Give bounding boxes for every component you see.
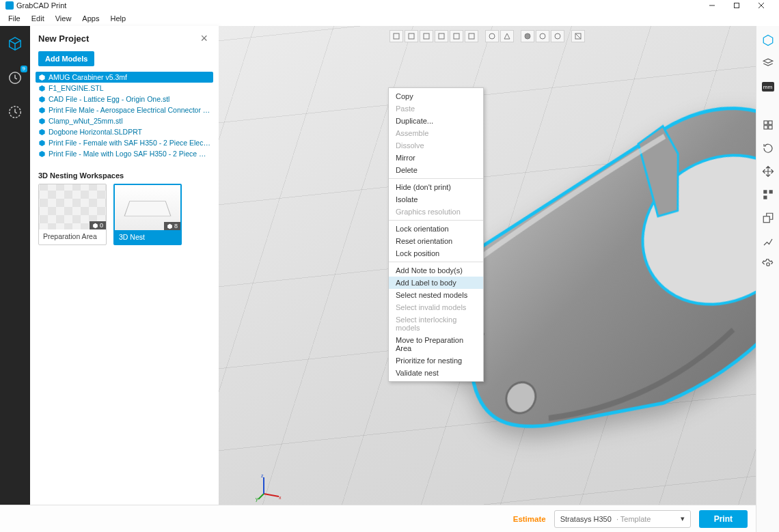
workspace-count-badge: 0 xyxy=(90,221,106,229)
svg-rect-13 xyxy=(394,33,399,39)
view-front-icon[interactable] xyxy=(405,30,418,42)
context-menu-item[interactable]: Mirror xyxy=(389,152,483,164)
model-list-item[interactable]: Print File - Male with Logo SAF H350 - 2… xyxy=(36,148,213,159)
cube-icon xyxy=(38,150,46,158)
estimate-link[interactable]: Estimate xyxy=(513,515,546,523)
right-toolsbar: mm xyxy=(756,26,779,532)
workspace-card[interactable]: 0Preparation Area xyxy=(38,184,107,245)
activity-bar: 9 xyxy=(0,26,30,532)
window-maximize-button[interactable] xyxy=(724,0,749,11)
tool-orient-icon[interactable] xyxy=(761,141,776,156)
workspace-thumbnail: 8 xyxy=(115,185,180,230)
svg-rect-38 xyxy=(763,216,769,223)
context-menu-item[interactable]: Lock orientation xyxy=(389,223,483,235)
model-list-item[interactable]: Print File - Female with SAF H350 - 2 Pi… xyxy=(36,137,213,148)
context-menu-item: Assemble xyxy=(389,127,483,139)
axis-triad: x y z xyxy=(256,473,283,501)
view-perspective-icon[interactable] xyxy=(500,30,514,42)
printer-selector[interactable]: Stratasys H350 · Template ▾ xyxy=(554,510,691,528)
context-menu-item[interactable]: Validate nest xyxy=(389,367,483,379)
cube-icon xyxy=(38,85,46,92)
svg-rect-33 xyxy=(764,126,767,129)
context-menu-item[interactable]: Add Label to body xyxy=(389,277,483,289)
cube-icon xyxy=(38,74,46,81)
menubar: File Edit View Apps Help xyxy=(0,11,779,26)
svg-rect-35 xyxy=(763,190,767,193)
model-label: Print File Male - Aerospace Electrical C… xyxy=(49,106,210,114)
context-menu-item[interactable]: Duplicate... xyxy=(389,115,483,127)
model-list-item[interactable]: F1_ENGINE.STL xyxy=(36,83,213,94)
model-list-item[interactable]: Print File Male - Aerospace Electrical C… xyxy=(36,104,213,115)
workspace-count-badge: 8 xyxy=(164,222,180,230)
svg-rect-18 xyxy=(469,33,474,39)
context-menu-item[interactable]: Hide (don't print) xyxy=(389,181,483,193)
menu-view[interactable]: View xyxy=(50,13,77,24)
model-list-item[interactable]: Clamp_wNut_25mm.stl xyxy=(36,115,213,126)
print-button[interactable]: Print xyxy=(699,510,748,528)
svg-point-19 xyxy=(489,33,495,39)
model-list: AMUG Carabiner v5.3mfF1_ENGINE.STLCAD Fi… xyxy=(30,72,219,165)
view-wireframe-icon[interactable] xyxy=(536,30,549,42)
menu-apps[interactable]: Apps xyxy=(77,13,105,24)
activity-queue-icon[interactable]: 9 xyxy=(4,67,26,89)
tool-analysis-icon[interactable] xyxy=(761,234,776,249)
context-menu-item[interactable]: Delete xyxy=(389,164,483,176)
context-menu-item[interactable]: Reset orientation xyxy=(389,235,483,247)
svg-rect-16 xyxy=(439,33,444,39)
view-shaded-icon[interactable] xyxy=(521,30,534,42)
panel-close-button[interactable]: × xyxy=(197,31,210,46)
menu-help[interactable]: Help xyxy=(105,13,131,24)
workspace-card[interactable]: 83D Nest xyxy=(113,184,182,245)
tool-tray-icon[interactable] xyxy=(761,56,776,71)
cube-icon xyxy=(38,96,46,103)
context-menu-item[interactable]: Lock position xyxy=(389,247,483,260)
tool-scale-icon[interactable] xyxy=(761,210,776,225)
add-models-button[interactable]: Add Models xyxy=(38,51,94,66)
svg-text:y: y xyxy=(256,496,258,502)
svg-line-25 xyxy=(264,494,279,496)
model-label: F1_ENGINE.STL xyxy=(49,84,104,92)
view-top-icon[interactable] xyxy=(435,30,448,42)
app-area: 9 New Project × Add Models AMUG Carabine… xyxy=(0,26,779,532)
tool-nest-icon[interactable] xyxy=(761,117,776,132)
window-minimize-button[interactable] xyxy=(700,0,724,11)
context-menu-item[interactable]: Add Note to body(s) xyxy=(389,264,483,277)
menu-file[interactable]: File xyxy=(3,13,26,24)
model-list-item[interactable]: CAD File - Lattice Egg - Origin One.stl xyxy=(36,94,213,104)
cube-icon xyxy=(38,139,46,147)
context-menu-item[interactable]: Select nested models xyxy=(389,289,483,301)
model-list-item[interactable]: Dogbone Horizontal.SLDPRT xyxy=(36,126,213,137)
menu-edit[interactable]: Edit xyxy=(26,13,50,24)
titlebar: GrabCAD Print xyxy=(0,0,779,11)
svg-rect-14 xyxy=(409,33,414,39)
tool-move-icon[interactable] xyxy=(761,164,776,179)
tool-settings-icon[interactable] xyxy=(761,257,776,272)
context-menu-item[interactable]: Prioritize for nesting xyxy=(389,354,483,367)
view-section-icon[interactable] xyxy=(571,30,585,42)
context-menu-item[interactable]: Isolate xyxy=(389,193,483,206)
view-bottom-icon[interactable] xyxy=(465,30,478,42)
context-menu-item[interactable]: Move to Preparation Area xyxy=(389,334,483,354)
view-left-icon[interactable] xyxy=(450,30,463,42)
tool-arrange-icon[interactable] xyxy=(761,187,776,202)
window-close-button[interactable] xyxy=(749,0,774,11)
view-right-icon[interactable] xyxy=(420,30,433,42)
app-logo-icon xyxy=(5,1,14,10)
tool-model-icon[interactable] xyxy=(761,33,776,48)
activity-project-icon[interactable] xyxy=(4,33,26,55)
view-iso-icon[interactable] xyxy=(390,30,403,42)
view-xray-icon[interactable] xyxy=(551,30,564,42)
view-fit-icon[interactable] xyxy=(485,30,499,42)
model-label: Print File - Female with SAF H350 - 2 Pi… xyxy=(49,139,210,147)
viewport-3d[interactable]: x y z xyxy=(219,26,756,532)
svg-point-21 xyxy=(540,33,545,39)
chevron-down-icon: ▾ xyxy=(681,514,685,523)
context-menu-item[interactable]: Copy xyxy=(389,90,483,102)
model-list-item[interactable]: AMUG Carabiner v5.3mf xyxy=(36,72,213,83)
tool-units-mm[interactable]: mm xyxy=(761,79,776,94)
svg-rect-36 xyxy=(769,190,772,193)
cube-icon xyxy=(38,128,46,136)
activity-history-icon[interactable] xyxy=(4,101,26,123)
model-label: CAD File - Lattice Egg - Origin One.stl xyxy=(49,95,169,103)
svg-rect-34 xyxy=(768,126,771,129)
